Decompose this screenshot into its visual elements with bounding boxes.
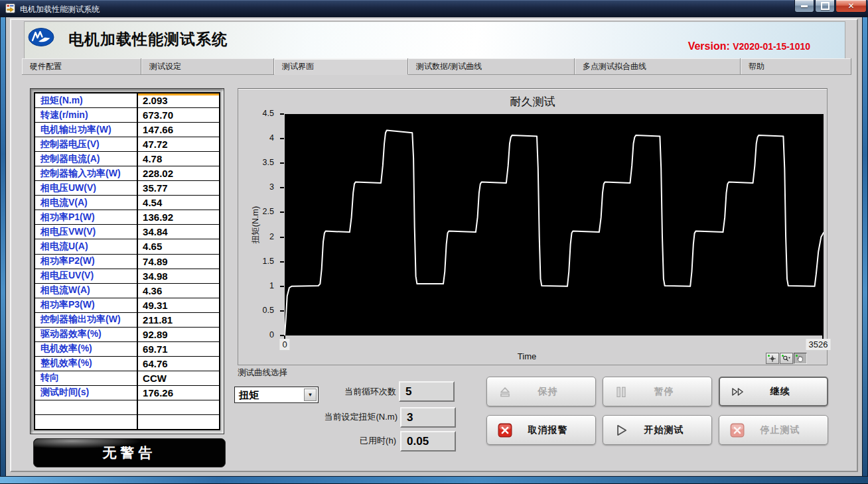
param-label-cell: 控制器输入功率(W) xyxy=(35,166,138,180)
param-value-cell[interactable]: 34.84 xyxy=(138,225,219,239)
tab-label: 帮助 xyxy=(741,58,851,75)
y-tick-label: 3 xyxy=(269,182,274,192)
play-icon xyxy=(614,423,628,438)
eject-icon xyxy=(498,385,512,399)
param-label-cell: 控制器电流(A) xyxy=(35,152,138,166)
tool-active-dot xyxy=(768,355,770,357)
x-tick-label[interactable]: 3526 xyxy=(806,339,831,350)
torque-trace xyxy=(285,114,824,335)
table-row: 控制器输出功率(W)211.81 xyxy=(35,313,219,328)
param-label-cell: 测试时间(s) xyxy=(35,386,138,400)
y-tick-mark xyxy=(280,162,284,164)
alarm-indicator: 无警告 xyxy=(33,438,226,467)
param-value-cell[interactable]: 176.26 xyxy=(138,386,219,400)
param-label-cell: 相电压UW(V) xyxy=(35,181,138,195)
tab-test-interface[interactable]: 测试界面 xyxy=(274,58,408,75)
chart-panel: 耐久测试 扭矩(N.m) 00.511.522.533.544.5 Time 0… xyxy=(238,88,828,365)
param-value-cell[interactable]: 147.66 xyxy=(138,123,219,137)
param-value-cell[interactable]: 136.92 xyxy=(138,210,219,224)
button-label: 开始测试 xyxy=(644,424,684,436)
param-label-cell: 相电流V(A) xyxy=(35,196,138,210)
param-value-cell[interactable]: 4.65 xyxy=(138,239,219,253)
param-label-cell: 电机效率(%) xyxy=(35,342,138,356)
measurement-panel: 扭矩(N.m)2.093转速(r/min)673.70电机输出功率(W)147.… xyxy=(30,88,224,434)
param-value-cell[interactable]: 2.093 xyxy=(138,93,219,107)
close-button[interactable]: ✕ xyxy=(835,0,867,13)
logo-icon xyxy=(28,27,54,47)
param-value-cell[interactable]: 211.81 xyxy=(138,313,219,327)
table-row: 相电压UW(V)35.77 xyxy=(35,181,219,196)
button-label: 暂停 xyxy=(654,386,674,398)
table-row: 相功率P3(W)49.31 xyxy=(35,298,219,313)
table-row: 相功率P1(W)136.92 xyxy=(35,210,219,225)
y-tick-label: 0.5 xyxy=(263,306,274,315)
cancel-alarm-button[interactable]: 取消报警 xyxy=(486,415,596,445)
page-title: 电机加载性能测试系统 xyxy=(68,29,228,50)
param-value-cell[interactable]: 673.70 xyxy=(138,108,219,122)
minimize-button[interactable] xyxy=(794,0,814,13)
maximize-icon xyxy=(821,2,830,10)
param-value-cell[interactable] xyxy=(138,415,219,429)
y-tick-mark xyxy=(280,187,284,188)
tool-active-dot xyxy=(796,355,798,357)
param-value-cell[interactable]: 64.76 xyxy=(138,357,219,371)
param-value-cell[interactable]: 228.02 xyxy=(138,166,219,180)
param-value-cell[interactable] xyxy=(138,400,219,414)
curve-select-value: 扭矩 xyxy=(239,389,259,402)
tab-help[interactable]: 帮助 xyxy=(741,58,851,75)
window-frame-bottom xyxy=(0,476,868,484)
y-tick-label: 4.5 xyxy=(263,109,274,118)
param-value-cell[interactable]: 49.31 xyxy=(138,298,219,312)
tab-test-settings[interactable]: 测试设定 xyxy=(141,58,274,75)
cancel-alarm-icon xyxy=(498,423,512,438)
x-tick-label[interactable]: 0 xyxy=(279,339,289,350)
y-tick-mark xyxy=(280,237,284,238)
table-row: 电机输出功率(W)147.66 xyxy=(35,123,219,137)
stop-test-button[interactable]: 停止测试 xyxy=(719,415,828,445)
tab-multipoint-fit-curve[interactable]: 多点测试拟合曲线 xyxy=(575,58,741,75)
header: 电机加载性能测试系统 Version: V2020-01-15-1010 xyxy=(24,21,845,60)
param-value-cell[interactable]: 69.71 xyxy=(138,342,219,356)
param-value-cell[interactable]: 4.54 xyxy=(138,196,219,210)
tab-hardware-config[interactable]: 硬件配置 xyxy=(22,58,141,75)
hand-tool-icon[interactable] xyxy=(794,353,807,364)
app-icon xyxy=(5,3,15,13)
measurement-table: 扭矩(N.m)2.093转速(r/min)673.70电机输出功率(W)147.… xyxy=(34,92,220,430)
start-test-button[interactable]: 开始测试 xyxy=(603,415,712,445)
param-label-cell: 驱动器效率(%) xyxy=(35,328,138,341)
version-label: Version: xyxy=(688,40,730,52)
continue-button[interactable]: 继续 xyxy=(719,377,828,406)
param-label-cell xyxy=(35,415,138,429)
param-value-cell[interactable]: 35.77 xyxy=(138,181,219,195)
y-axis-ticks: 00.511.522.533.544.5 xyxy=(238,114,279,335)
x-axis-label: Time xyxy=(500,351,553,361)
table-row: 相功率P2(W)74.89 xyxy=(35,255,219,269)
y-tick-label: 2 xyxy=(269,232,274,241)
tab-label: 测试数据/测试曲线 xyxy=(408,58,574,75)
plot-area[interactable] xyxy=(285,114,824,335)
param-label-cell: 相电流U(A) xyxy=(35,239,138,253)
crosshair-tool-icon[interactable] xyxy=(766,353,779,364)
param-label-cell: 相功率P1(W) xyxy=(35,210,138,224)
maximize-button[interactable] xyxy=(815,0,835,13)
y-tick-mark xyxy=(280,138,284,139)
button-label: 保持 xyxy=(538,386,558,398)
tab-test-data-curves[interactable]: 测试数据/测试曲线 xyxy=(408,58,575,75)
table-row xyxy=(35,415,219,429)
param-value-cell[interactable]: CCW xyxy=(138,371,219,385)
fast-forward-icon xyxy=(731,385,745,399)
param-value-cell[interactable]: 92.89 xyxy=(138,328,219,341)
param-value-cell[interactable]: 34.98 xyxy=(138,269,219,283)
hold-button[interactable]: 保持 xyxy=(486,377,596,406)
alarm-text: 无警告 xyxy=(103,444,157,462)
param-label-cell: 相电流W(A) xyxy=(35,284,138,298)
set-torque-label: 当前设定扭矩(N.m) xyxy=(285,411,398,423)
zoom-tool-icon[interactable] xyxy=(780,353,793,364)
pause-button[interactable]: 暂停 xyxy=(603,377,712,406)
param-value-cell[interactable]: 47.72 xyxy=(138,137,219,151)
y-tick-mark xyxy=(280,113,284,115)
param-value-cell[interactable]: 4.36 xyxy=(138,284,219,298)
param-label-cell xyxy=(35,400,138,414)
param-value-cell[interactable]: 4.78 xyxy=(138,152,219,166)
param-value-cell[interactable]: 74.89 xyxy=(138,255,219,269)
